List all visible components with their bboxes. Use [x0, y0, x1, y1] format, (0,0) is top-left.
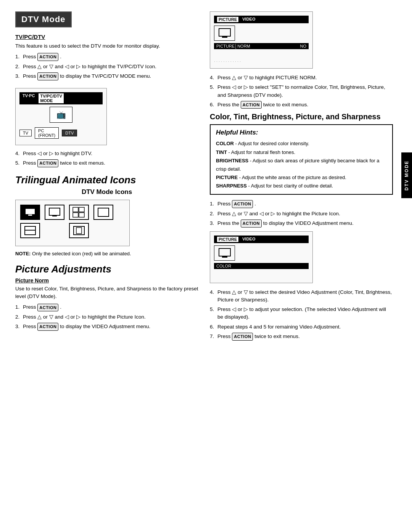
- svg-rect-5: [49, 208, 60, 215]
- svg-rect-19: [222, 256, 227, 258]
- color-step-2: 2. Press △ or ▽ and ◁ or ▷ to highlight …: [210, 210, 393, 218]
- svg-rect-16: [219, 29, 230, 36]
- helpful-hints-title: Helpful Hints:: [216, 129, 387, 136]
- svg-rect-18: [219, 248, 230, 256]
- video-tab: VIDEO: [242, 17, 255, 22]
- picture-video-title-bar: PICTURE VIDEO: [214, 16, 309, 23]
- svg-rect-15: [76, 228, 82, 234]
- icon-6: [69, 223, 89, 238]
- trilingual-heading: Trilingual Animated Icons: [15, 174, 198, 186]
- dtv-mode-header: DTV Mode: [15, 11, 72, 27]
- menu-dots: · · · · · · · · · · · ·: [214, 58, 309, 64]
- picture-video-menu-box-top: PICTURE VIDEO PICTURE│NORM NO · · · · · …: [210, 11, 313, 69]
- color-sub-bar: COLOR: [214, 263, 309, 269]
- picture-icon-2: [214, 245, 235, 261]
- mode-dtv: DTV: [62, 130, 77, 136]
- right-step-5: 5. Press ◁ or ▷ to select "SET" to norma…: [210, 83, 393, 99]
- icon-1: [20, 205, 40, 220]
- picture-norm-steps: 1. Press ACTION . 2. Press △ or ▽ and ◁ …: [15, 303, 198, 331]
- picture-norm-body: Use to reset Color, Tint, Brightness, Pi…: [15, 285, 198, 301]
- hint-sharpness: SHARPNESS - Adjust for best clarity of o…: [216, 182, 387, 190]
- helpful-hints-box: Helpful Hints: COLOR - Adjust for desire…: [210, 124, 393, 195]
- menu-spacer-top: [214, 51, 309, 58]
- color-step-5: 5. Press ◁ or ▷ to adjust your selection…: [210, 306, 393, 321]
- tvpcdtv-menu-box: TV·PC TV/PC/DTVMODE 📺 TV PC(FRONT) DTV: [15, 88, 107, 145]
- video-tab-2: VIDEO: [242, 237, 255, 242]
- hint-tint: TINT - Adjust for natural flesh tones.: [216, 148, 387, 157]
- pn-step-2: 2. Press △ or ▽ and ◁ or ▷ to highlight …: [15, 313, 198, 321]
- tvpcdtv-steps-4-5: 4. Press ◁ or ▷ to highlight DTV. 5. Pre…: [15, 150, 198, 167]
- mode-pc: PC(FRONT): [35, 127, 59, 139]
- color-step-7: 7. Press ACTION twice to exit menus.: [210, 333, 393, 341]
- header-title: DTV Mode: [21, 14, 66, 24]
- right-step-6: 6. Press the ACTION twice to exit menus.: [210, 101, 393, 109]
- svg-rect-4: [28, 215, 32, 216]
- note-text: NOTE: Only the selected icon (red) will …: [15, 251, 198, 256]
- svg-rect-11: [98, 208, 109, 216]
- action-btn-1: ACTION: [37, 53, 58, 61]
- color-step-6: 6. Repeat steps 4 and 5 for remaining Vi…: [210, 323, 393, 331]
- menu-preview-box: 📺: [50, 107, 72, 123]
- side-tab: DTV MODE: [401, 152, 412, 198]
- hint-brightness: BRIGHTNESS - Adjust so dark areas of pic…: [216, 157, 387, 173]
- svg-rect-6: [52, 215, 57, 216]
- svg-rect-10: [79, 213, 84, 217]
- picture-video-color-menu-box: PICTURE VIDEO COLOR: [210, 231, 313, 283]
- picture-norm-bar: PICTURE│NORM NO: [214, 43, 309, 49]
- tvpcdtv-body: This feature is used to select the DTV m…: [15, 42, 198, 50]
- color-menu-spacer: [214, 271, 309, 279]
- icons-row-2: [20, 223, 125, 238]
- right-color-steps-4-7: 4. Press △ or ▽ to select the desired Vi…: [210, 288, 393, 341]
- dtv-mode-icons-box: [15, 200, 130, 246]
- picture-icon: [214, 26, 235, 41]
- helpful-hints-body: COLOR - Adjust for desired color intensi…: [216, 139, 387, 190]
- hint-picture: PICTURE - Adjust the white areas of the …: [216, 173, 387, 182]
- right-column: PICTURE VIDEO PICTURE│NORM NO · · · · · …: [210, 11, 393, 521]
- action-btn-pn3: ACTION: [37, 323, 58, 331]
- color-step-3: 3. Press the ACTION to display the VIDEO…: [210, 220, 393, 228]
- step-4: 4. Press ◁ or ▷ to highlight DTV.: [15, 150, 198, 157]
- right-steps-4-6: 4. Press △ or ▽ to highlight PICTURE NOR…: [210, 74, 393, 109]
- icon-2: [45, 205, 64, 220]
- color-step-1: 1. Press ACTION .: [210, 200, 393, 208]
- menu-tab-active: TV/PC/DTVMODE: [39, 93, 63, 103]
- svg-rect-17: [222, 36, 227, 38]
- action-btn-3: ACTION: [37, 72, 58, 80]
- step-5: 5. Press ACTION twice to exit menus.: [15, 159, 198, 167]
- tvpcdtv-heading: TV/PC/DTV: [15, 34, 198, 40]
- mode-row: TV PC(FRONT) DTV: [19, 125, 103, 141]
- picture-tab: PICTURE: [217, 17, 238, 22]
- action-btn-5: ACTION: [37, 159, 58, 167]
- mode-tv: TV: [19, 130, 32, 136]
- action-btn-pn1: ACTION: [37, 304, 58, 312]
- right-step-4: 4. Press △ or ▽ to highlight PICTURE NOR…: [210, 74, 393, 82]
- action-btn-c1: ACTION: [232, 200, 253, 208]
- dtv-mode-icons-heading: DTV Mode Icons: [15, 188, 198, 196]
- action-btn-r6: ACTION: [241, 101, 262, 109]
- icon-3: [69, 205, 89, 220]
- action-btn-c3: ACTION: [241, 220, 262, 228]
- tvpcdtv-steps: 1. Press ACTION . 2. Press △ or ▽ and ◁ …: [15, 53, 198, 80]
- pn-step-3: 3. Press ACTION to display the VIDEO Adj…: [15, 323, 198, 331]
- hint-color: COLOR - Adjust for desired color intensi…: [216, 139, 387, 148]
- right-color-steps-1-3: 1. Press ACTION . 2. Press △ or ▽ and ◁ …: [210, 200, 393, 228]
- left-column: DTV Mode TV/PC/DTV This feature is used …: [15, 11, 198, 521]
- pn-step-1: 1. Press ACTION .: [15, 303, 198, 311]
- picture-tab-2: PICTURE: [217, 237, 238, 242]
- menu-tab-tvpc: TV·PC: [23, 93, 35, 103]
- picture-adjustments-heading: Picture Adjustments: [15, 263, 198, 275]
- menu-tv-icon: 📺: [56, 110, 66, 119]
- step-2: 2. Press △ or ▽ and ◁ or ▷ to highlight …: [15, 63, 198, 71]
- icons-row-1: [20, 205, 125, 220]
- step-1: 1. Press ACTION .: [15, 53, 198, 61]
- icon-5: [20, 223, 40, 238]
- color-step-4: 4. Press △ or ▽ to select the desired Vi…: [210, 288, 393, 304]
- picture-video-title-bar-2: PICTURE VIDEO: [214, 236, 309, 243]
- picture-norm-heading: Picture Norm: [15, 277, 198, 284]
- menu-title-bar: TV·PC TV/PC/DTVMODE: [19, 92, 103, 104]
- svg-rect-8: [79, 207, 84, 212]
- svg-rect-13: [25, 230, 35, 231]
- color-tint-heading: Color, Tint, Brightness, Picture, and Sh…: [210, 112, 393, 121]
- svg-rect-3: [26, 209, 35, 214]
- icon-4: [93, 205, 113, 220]
